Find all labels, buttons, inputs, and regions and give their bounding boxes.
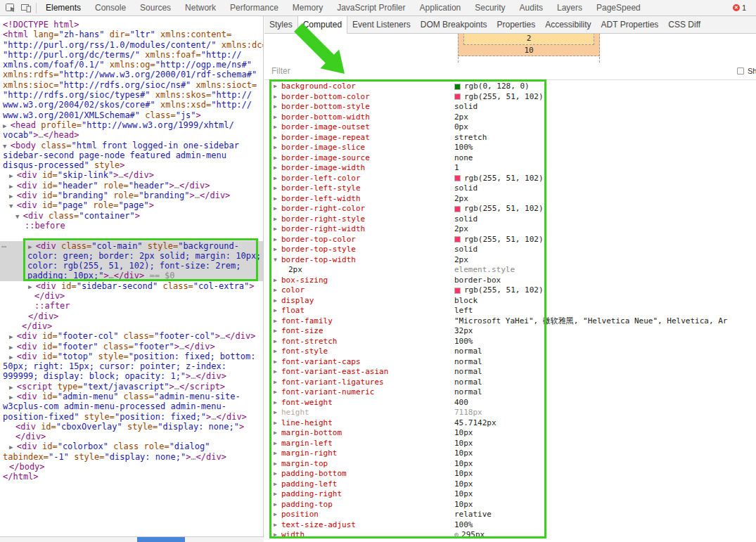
breadcrumb-item-div-container[interactable]: div.container bbox=[87, 537, 137, 542]
computed-property-row[interactable]: ▶width⊙295px bbox=[264, 530, 756, 541]
disclosure-arrow-icon[interactable]: ▶ bbox=[274, 367, 281, 378]
sidebar-tab-adt-properties[interactable]: ADT Properties bbox=[596, 16, 664, 34]
main-tab-javascript-profiler[interactable]: JavaScript Profiler bbox=[330, 0, 412, 15]
computed-property-row[interactable]: ▶height7118px bbox=[264, 408, 756, 418]
breadcrumb-item-div-page[interactable]: div#page bbox=[49, 537, 87, 542]
dom-tree-line[interactable]: www.w3.org/2004/02/skos/core#" xmlns:xsd… bbox=[0, 100, 263, 110]
computed-property-row[interactable]: ▶border-image-sourcenone bbox=[264, 153, 756, 164]
disclosure-arrow-icon[interactable]: ▶ bbox=[274, 500, 281, 510]
disclosure-arrow-icon[interactable]: ▶ bbox=[274, 489, 281, 500]
disclosure-arrow-icon[interactable]: ▶ bbox=[274, 378, 281, 388]
disclosure-arrow-icon[interactable]: ▶ bbox=[274, 530, 281, 541]
computed-property-row[interactable]: ▶font-stretch100% bbox=[264, 337, 756, 347]
disclosure-arrow-icon[interactable]: ▶ bbox=[274, 224, 281, 235]
sidebar-tab-css-diff[interactable]: CSS Diff bbox=[663, 16, 705, 34]
main-tab-sources[interactable]: Sources bbox=[133, 0, 178, 15]
computed-property-row[interactable]: ▶text-size-adjust100% bbox=[264, 520, 756, 531]
sidebar-tab-dom-breakpoints[interactable]: DOM Breakpoints bbox=[416, 16, 492, 34]
dom-tree-line[interactable]: ▼ <div class="container"> bbox=[0, 211, 263, 221]
computed-property-row[interactable]: ▶border-image-repeatstretch bbox=[264, 133, 756, 143]
computed-property-row[interactable]: ▶border-bottom-colorrgb(255, 51, 102) bbox=[264, 92, 756, 103]
sidebar-tab-styles[interactable]: Styles bbox=[264, 16, 297, 34]
dom-tree-line[interactable]: <div id="cboxOverlay" style="display: no… bbox=[0, 422, 263, 432]
computed-property-row[interactable]: ▶border-right-colorrgb(255, 51, 102) bbox=[264, 204, 756, 214]
disclosure-arrow-icon[interactable]: ▶ bbox=[274, 143, 281, 153]
main-tab-network[interactable]: Network bbox=[178, 0, 223, 15]
dom-tree-line[interactable]: ▶ <div id="sidebar-second" class="col-ex… bbox=[0, 281, 263, 291]
disclosure-arrow-icon[interactable]: ▶ bbox=[274, 459, 281, 470]
dom-tree-line[interactable]: sidebar-second page-node featured admin-… bbox=[0, 150, 263, 160]
dom-tree-line[interactable]: 999999; display: block; opacity: 1;">…</… bbox=[0, 371, 263, 381]
error-badge[interactable]: ✕ 1 bbox=[733, 4, 746, 12]
show-all-checkbox[interactable]: Show all bbox=[737, 63, 756, 79]
main-tab-performance[interactable]: Performance bbox=[223, 0, 286, 15]
computed-property-row[interactable]: ▶line-height45.7142px bbox=[264, 418, 756, 429]
dom-tree-line[interactable]: ::before bbox=[0, 221, 263, 231]
dom-tree-line[interactable]: tabindex="-1" style="display: none;">…</… bbox=[0, 452, 263, 462]
computed-property-row[interactable]: ▶displayblock bbox=[264, 296, 756, 307]
dom-tree-line[interactable]: </html> bbox=[0, 472, 263, 482]
computed-property-row[interactable]: ▶border-image-outset0px bbox=[264, 122, 756, 133]
computed-property-row[interactable]: ▶border-image-width1 bbox=[264, 163, 756, 174]
dom-tree-line[interactable]: </div> bbox=[0, 311, 263, 321]
box-model-border[interactable]: 2 bbox=[463, 34, 594, 45]
computed-property-row[interactable]: ▶padding-right10px bbox=[264, 489, 756, 500]
sidebar-tab-properties[interactable]: Properties bbox=[492, 16, 540, 34]
computed-property-row[interactable]: ▶padding-bottom10px bbox=[264, 469, 756, 479]
disclosure-arrow-icon[interactable]: ▶ bbox=[274, 285, 281, 296]
main-tab-audits[interactable]: Audits bbox=[513, 0, 550, 15]
dom-tree-line[interactable]: ▶ <head profile="http://www.w3.org/1999/… bbox=[0, 120, 263, 130]
dom-tree-line[interactable] bbox=[0, 231, 263, 240]
disclosure-arrow-icon[interactable]: ▶ bbox=[274, 408, 281, 418]
dom-tree-line[interactable]: position-fixed" style="position: fixed;"… bbox=[0, 412, 263, 422]
computed-property-row[interactable]: ▶font-size32px bbox=[264, 326, 756, 337]
dom-tree-line[interactable]: w3cplus-com admin-menu-processed admin-m… bbox=[0, 401, 263, 411]
dom-tree-line[interactable]: "http://purl.org/dc/terms/" xmlns:foaf="… bbox=[0, 50, 263, 60]
computed-property-row[interactable]: ▶margin-left10px bbox=[264, 439, 756, 449]
computed-property-row[interactable]: ▶font-variant-ligaturesnormal bbox=[264, 378, 756, 388]
main-tab-security[interactable]: Security bbox=[468, 0, 512, 15]
computed-property-row[interactable]: ▶font-variant-east-asiannormal bbox=[264, 367, 756, 378]
main-tab-console[interactable]: Console bbox=[88, 0, 133, 15]
dom-tree-line[interactable]: ▶ <div id="footer-col" class="footer-col… bbox=[0, 331, 263, 341]
dom-tree-line[interactable]: </body> bbox=[0, 462, 263, 472]
disclosure-arrow-icon[interactable]: ▶ bbox=[274, 214, 281, 225]
disclosure-arrow-icon[interactable]: ▶ bbox=[274, 398, 281, 408]
computed-property-row[interactable]: ▶border-image-slice100% bbox=[264, 143, 756, 153]
computed-property-row[interactable]: ▶margin-bottom10px bbox=[264, 428, 756, 439]
disclosure-arrow-icon[interactable]: ▶ bbox=[274, 520, 281, 531]
dom-tree-line[interactable]: </div> bbox=[0, 432, 263, 441]
dom-tree-line[interactable]: …▶ <div class="col-main" style="backgrou… bbox=[0, 241, 263, 251]
disclosure-arrow-icon[interactable]: ▶ bbox=[274, 194, 281, 205]
dom-tree-line[interactable]: </div> bbox=[0, 291, 263, 301]
computed-property-row[interactable]: ▶border-left-colorrgb(255, 51, 102) bbox=[264, 174, 756, 184]
main-tab-memory[interactable]: Memory bbox=[286, 0, 330, 15]
disclosure-arrow-icon[interactable]: ▶ bbox=[274, 306, 281, 316]
disclosure-arrow-icon[interactable]: ▶ bbox=[274, 153, 281, 164]
computed-property-row[interactable]: ▶font-variant-numericnormal bbox=[264, 387, 756, 398]
disclosure-arrow-icon[interactable]: ▶ bbox=[274, 235, 281, 245]
computed-property-row[interactable]: ▶border-right-stylesolid bbox=[264, 214, 756, 225]
computed-property-row[interactable]: ▶box-sizingborder-box bbox=[264, 276, 756, 286]
dom-tree-line[interactable]: "http://purl.org/rss/1.0/modules/content… bbox=[0, 40, 263, 50]
computed-property-row[interactable]: ▶border-top-stylesolid bbox=[264, 245, 756, 255]
dom-tree-line[interactable]: xmlns.com/foaf/0.1/" xmlns:og="http://og… bbox=[0, 60, 263, 70]
dom-tree-line[interactable]: disqus-processed" style> bbox=[0, 160, 263, 170]
disclosure-arrow-icon[interactable]: ▶ bbox=[274, 112, 281, 123]
computed-property-row[interactable]: ▶font-weight400 bbox=[264, 398, 756, 408]
computed-property-row[interactable]: ▶font-stylenormal bbox=[264, 347, 756, 357]
disclosure-arrow-icon[interactable]: ▶ bbox=[274, 82, 281, 92]
dom-tree-line[interactable]: <!DOCTYPE html> bbox=[0, 20, 263, 30]
dom-tree-line[interactable]: color: rgb(255, 51, 102); font-size: 2re… bbox=[0, 261, 263, 271]
computed-property-row[interactable]: ▶padding-left10px bbox=[264, 479, 756, 490]
computed-property-row[interactable]: ▶floatleft bbox=[264, 306, 756, 316]
main-tab-layers[interactable]: Layers bbox=[550, 0, 589, 15]
dom-tree-line[interactable]: padding: 10px;">…</div> == $0 bbox=[0, 271, 263, 280]
computed-property-row[interactable]: ▶font-variant-capsnormal bbox=[264, 357, 756, 368]
computed-property-row[interactable]: ▼border-top-width2px bbox=[264, 255, 756, 266]
dom-tree-line[interactable]: ▶ <div id="colorbox" class role="dialog" bbox=[0, 441, 263, 451]
sidebar-tab-event-listeners[interactable]: Event Listeners bbox=[347, 16, 416, 34]
disclosure-arrow-icon[interactable]: ▶ bbox=[274, 510, 281, 520]
disclosure-arrow-icon[interactable]: ▶ bbox=[274, 122, 281, 133]
computed-property-row[interactable]: ▶background-colorrgb(0, 128, 0) bbox=[264, 82, 756, 92]
